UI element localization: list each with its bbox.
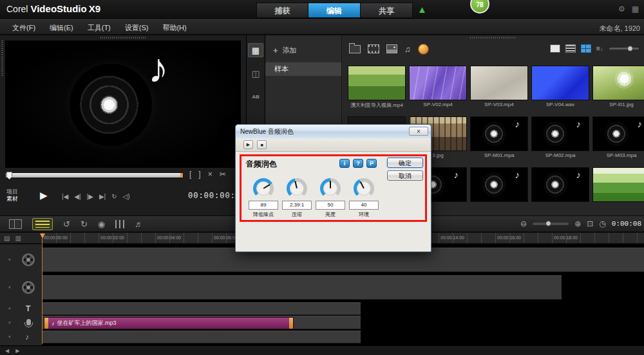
redo-icon[interactable]: ↻ — [80, 219, 88, 229]
menu-tools[interactable]: 工具(T) — [82, 22, 117, 34]
track-toggle-icon[interactable]: ▾ — [8, 257, 11, 262]
knob-dial[interactable] — [253, 178, 274, 199]
project-mode-label[interactable]: 项目 — [6, 188, 18, 196]
mark-in-button[interactable]: [ — [189, 170, 191, 179]
app-logo: CorelVideoStudioX9 — [6, 3, 100, 15]
repeat-button[interactable]: ↻ — [111, 193, 117, 200]
play-button[interactable]: ▶ — [40, 190, 48, 201]
seek-bar[interactable] — [5, 172, 184, 178]
effect-play-button[interactable]: ▶ — [243, 140, 253, 149]
dialog-title-bar[interactable]: NewBlue 音频润色 × — [236, 125, 431, 139]
library-thumbnail[interactable]: SP-V04.wav — [531, 66, 589, 107]
timeline-view-icon[interactable] — [32, 218, 53, 230]
tab-edit[interactable]: 编辑 — [308, 3, 361, 18]
sound-mixer-icon[interactable] — [115, 220, 124, 228]
thumbnail-image — [470, 116, 528, 151]
library-thumbnail[interactable]: 澳大利亚导入视频.mp4 — [348, 66, 406, 109]
library-thumbnail[interactable]: SP-I01.jpg — [592, 66, 644, 107]
video-track-header[interactable]: ▾ — [0, 248, 42, 272]
library-thumbnail[interactable]: SP-M03.mpa — [592, 116, 644, 158]
help-button[interactable]: ? — [353, 159, 363, 168]
overlay-track-header[interactable]: ▾ — [0, 275, 42, 300]
preset-button[interactable]: P — [366, 159, 377, 168]
thumbnail-image — [409, 66, 467, 100]
record-capture-icon[interactable]: ◉ — [98, 219, 105, 229]
preview-panel: []×✂ 项目 素材 ▶ |◀◀||▶▶|↻◁) 00:00:00:00 ▴ ▾ — [0, 35, 246, 215]
dialog-toolbar: ▶ ■ — [236, 138, 431, 152]
track-toggle-icon[interactable]: ▾ — [8, 334, 11, 340]
music-track-header[interactable]: ▾♪ — [0, 331, 42, 343]
info-button[interactable]: i — [339, 159, 350, 168]
logo-brand: Corel — [6, 4, 28, 14]
library-thumbnail[interactable] — [592, 167, 644, 203]
storyboard-view-icon[interactable] — [9, 219, 22, 229]
zoom-slider-handle[interactable] — [545, 221, 551, 226]
upgrade-arrow-icon[interactable]: ▲ — [417, 4, 427, 15]
menu-help[interactable]: 帮助(H) — [156, 22, 192, 34]
knob-label: 降低噪点 — [248, 211, 279, 218]
title-panel-icon[interactable]: AB — [248, 89, 263, 104]
clock-icon[interactable]: ◷ — [599, 219, 605, 228]
title-track-header[interactable]: ▾T — [0, 302, 42, 315]
split-button[interactable]: ✂ — [220, 170, 226, 179]
effect-stop-button[interactable]: ■ — [257, 140, 267, 149]
voice-track-header[interactable]: ▾ — [0, 316, 42, 329]
library-thumbnail[interactable] — [470, 167, 528, 203]
ok-button[interactable]: 确定 — [387, 158, 423, 168]
menu-edit[interactable]: 编辑(E) — [44, 22, 79, 34]
knob-dial[interactable] — [287, 178, 307, 199]
next-frame-button[interactable]: |▶ — [87, 193, 93, 200]
add-folder-button[interactable]: + 添加 — [273, 46, 297, 55]
track-toggle-icon[interactable]: ▾ — [8, 285, 11, 290]
music-track-body[interactable] — [43, 331, 361, 343]
tab-capture[interactable]: 捕获 — [256, 3, 308, 18]
media-panel-icon[interactable]: ▦ — [248, 43, 263, 57]
music-clip[interactable]: ♪ 坐在矿车上的国家.mp3 — [44, 317, 294, 329]
library-thumbnail[interactable]: SP-V02.mp4 — [409, 66, 467, 107]
category-sample[interactable]: 样本 — [265, 62, 341, 76]
scroll-left-button[interactable]: ◀ — [5, 348, 9, 354]
mark-out-button[interactable]: ] — [198, 170, 200, 179]
track-toggle-icon[interactable]: ▾ — [8, 320, 11, 325]
overlay-track-body[interactable] — [43, 275, 562, 300]
zoom-out-icon[interactable]: ⊖ — [520, 219, 527, 228]
knob-label: 环境 — [348, 211, 379, 218]
knob-pointer-icon — [263, 184, 270, 189]
home-button[interactable]: |◀ — [62, 193, 68, 200]
zoom-slider[interactable] — [533, 223, 569, 225]
library-thumbnail[interactable] — [531, 167, 589, 203]
ruler-label: 00:00:18:00 — [554, 235, 578, 240]
menu-settings[interactable]: 设置(S) — [119, 22, 155, 34]
track-list-icon[interactable]: ▤ — [4, 235, 10, 242]
auto-music-icon[interactable]: ♬ — [135, 219, 143, 229]
library-thumbnail[interactable]: SP-V03.mp4 — [470, 66, 528, 107]
close-icon[interactable]: × — [409, 127, 428, 136]
tab-share[interactable]: 共享 — [361, 3, 413, 18]
monitor-icon[interactable]: ▦ — [632, 5, 639, 14]
zoom-in-icon[interactable]: ⊕ — [574, 219, 581, 228]
knob-dial[interactable] — [320, 178, 341, 199]
knob-2: 2.39:1压缩 — [281, 178, 312, 218]
delete-button[interactable]: × — [208, 170, 213, 179]
playhead-marker[interactable] — [40, 233, 45, 239]
gear-icon[interactable]: ⚙ — [618, 5, 625, 14]
prev-frame-button[interactable]: ◀| — [74, 193, 80, 200]
info-buttons: i?P — [339, 159, 377, 168]
track-grid-icon[interactable]: ▥ — [15, 235, 21, 242]
transition-panel-icon[interactable]: ◫ — [248, 66, 263, 80]
title-track-body[interactable] — [43, 302, 361, 315]
end-button[interactable]: ▶| — [99, 193, 106, 200]
library-thumbnail[interactable]: SP-M01.mpa — [470, 116, 528, 158]
clip-end-marker — [180, 173, 183, 178]
undo-icon[interactable]: ↺ — [63, 219, 70, 229]
track-toggle-icon[interactable]: ▾ — [8, 306, 11, 311]
volume-button[interactable]: ◁) — [123, 193, 130, 200]
scroll-right-button[interactable]: ▶ — [15, 348, 19, 354]
library-thumbnail[interactable]: SP-M02.mpa — [531, 116, 589, 158]
fit-timeline-icon[interactable]: ⊡ — [587, 219, 593, 228]
seek-handle[interactable] — [6, 172, 12, 179]
knob-dial[interactable] — [354, 178, 374, 199]
thumbnail-image — [531, 167, 589, 202]
menu-file[interactable]: 文件(F) — [6, 22, 41, 34]
clip-mode-label[interactable]: 素材 — [6, 196, 18, 203]
